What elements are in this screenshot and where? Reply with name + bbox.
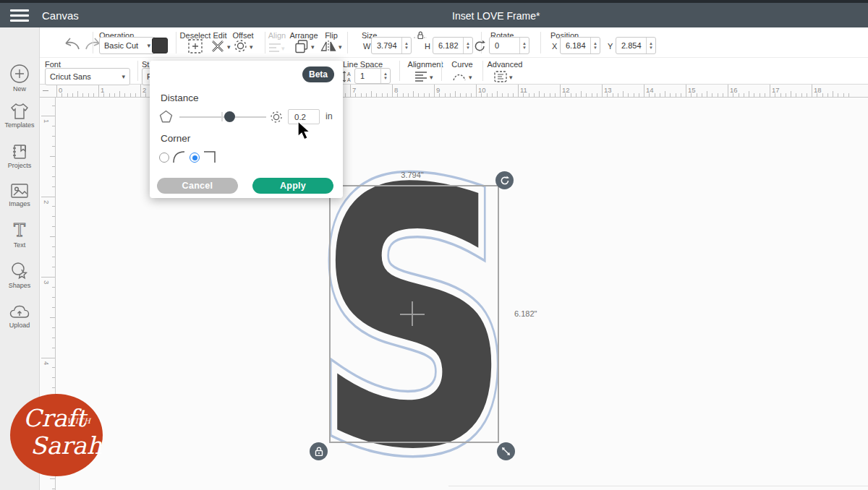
curve-button[interactable] [452,69,472,82]
ruler-mark [397,93,398,97]
ruler-mark [41,116,56,116]
sidebar-item-new[interactable]: New [0,64,39,93]
position-x-input[interactable]: 6.184 ▲▼ [560,37,600,54]
ruler-mark [52,307,56,308]
width-stepper[interactable]: ▲▼ [401,38,411,53]
ruler-mark [413,91,414,97]
color-swatch[interactable] [152,38,168,53]
sidebar-item-label: Projects [0,162,39,169]
ruler-mark [597,93,597,97]
ruler-mark [140,85,141,98]
ruler-mark [676,93,676,97]
ruler-mark [529,93,529,97]
craft-with-sarah-logo: Craft with Sarah [10,394,103,476]
ruler-mark [52,176,56,177]
ruler-mark [497,91,498,97]
sidebar-item-shapes[interactable]: Shapes [0,262,39,289]
ruler-mark: 2 [43,200,51,204]
ruler-mark [791,91,791,97]
ruler-mark [72,93,73,97]
arrange-button[interactable] [294,39,315,53]
ruler-mark [418,93,419,97]
ruler-mark: 3 [43,280,51,284]
size-lock-icon[interactable] [413,30,427,40]
flip-button[interactable] [320,39,342,53]
ruler-mark [50,236,56,237]
offset-panel: Beta Distance 0.2 in Corner Cancel Apply [150,61,343,198]
sidebar-item-templates[interactable]: Templates [0,103,39,129]
sidebar-item-upload[interactable]: Upload [0,304,39,329]
ruler-mark [52,126,56,126]
ruler-mark [371,91,372,97]
menu-icon[interactable] [10,9,29,22]
position-y-input[interactable]: 2.854 ▲▼ [616,37,656,54]
ruler-mark [50,317,56,318]
cancel-button[interactable]: Cancel [157,178,238,194]
ruler-mark [571,93,571,97]
width-input[interactable]: 3.794 ▲▼ [371,37,412,54]
edit-button[interactable] [210,39,231,53]
align-button[interactable]: ▾ [268,40,285,53]
square-corner-icon[interactable] [203,151,216,163]
ruler-mark [476,85,477,98]
ruler-mark [848,93,849,97]
rotate-handle[interactable] [495,171,514,189]
logo-word-sarah: Sarah [30,431,102,460]
alignment-button[interactable] [414,69,433,82]
sidebar-item-images[interactable]: Images [0,183,39,207]
offset-button[interactable] [234,39,253,53]
position-x-value: 6.184 [561,38,590,53]
corner-square-radio[interactable] [190,152,200,163]
width-dimension-label: 3.794" [401,171,423,179]
font-dropdown[interactable]: Cricut Sans [45,68,130,85]
undo-icon[interactable] [61,36,80,51]
ruler-mark [739,93,739,97]
round-corner-icon[interactable] [173,151,185,163]
distance-slider-track[interactable] [179,116,266,118]
shapes-icon [10,262,29,280]
resize-handle-icon [501,447,511,456]
ruler-mark [838,93,838,97]
ruler-mark [52,106,56,106]
corner-label: Corner [161,133,190,144]
ruler-mark [697,93,697,97]
ruler-mark [655,93,655,97]
edit-toolbar: Operation Basic Cut Deselect Edit Offset… [40,27,868,58]
ruler-mark [712,93,712,97]
advanced-button[interactable] [494,69,513,82]
ruler-mark [82,93,83,97]
ruler-mark [61,93,62,97]
line-space-stepper[interactable]: ▲▼ [380,69,390,83]
rotate-stepper[interactable]: ▲▼ [519,38,529,53]
ruler-mark [56,85,57,98]
ruler-mark [544,93,545,97]
position-y-stepper[interactable]: ▲▼ [646,38,655,53]
sidebar-item-projects[interactable]: Projects [0,143,39,169]
flip-icon [320,40,336,53]
ruler-mark [786,93,786,97]
ruler-mark [576,93,576,97]
corner-round-radio[interactable] [159,152,169,163]
ruler-mark: 1 [43,119,51,123]
ruler-mark [355,93,356,97]
apply-button[interactable]: Apply [252,178,333,194]
operation-dropdown[interactable]: Basic Cut [99,37,156,54]
position-x-stepper[interactable]: ▲▼ [590,38,600,53]
ruler-mark [52,216,56,217]
svg-text:A: A [347,77,351,82]
ruler-mark [492,93,493,97]
resize-handle[interactable] [497,442,515,460]
distance-slider-thumb[interactable] [224,111,235,122]
sidebar-item-text[interactable]: T Text [0,221,39,249]
rotate-input[interactable]: 0 ▲▼ [489,37,529,54]
deselect-icon[interactable] [188,39,203,53]
ruler-mark [744,93,744,97]
lock-handle[interactable] [310,442,328,460]
height-stepper[interactable]: ▲▼ [463,38,472,53]
height-input[interactable]: 6.182 ▲▼ [433,37,473,54]
ruler-mark [508,93,509,97]
svg-text:A: A [347,72,351,77]
ruler-mark [52,287,56,288]
advanced-icon [494,71,507,82]
line-space-input[interactable]: 1 ▲▼ [354,68,391,84]
